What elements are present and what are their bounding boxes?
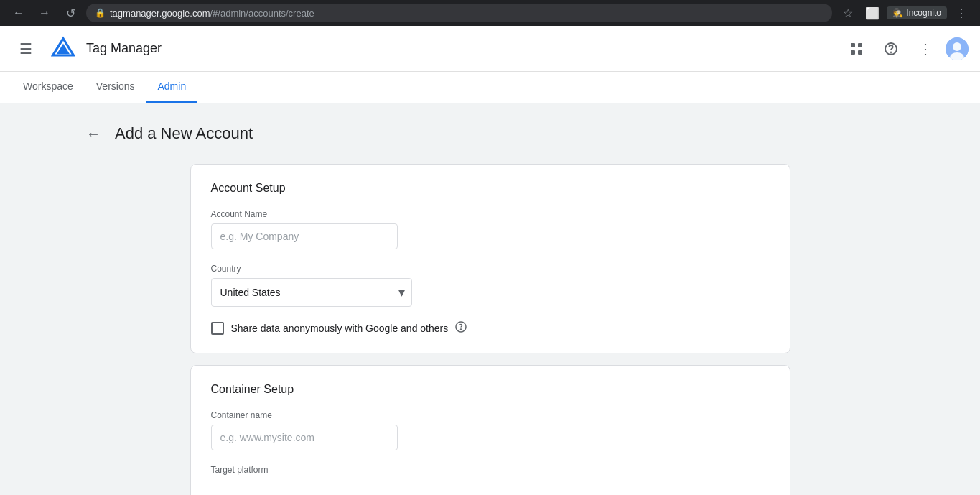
incognito-badge: 🕵️ Incognito: [887, 6, 947, 19]
svg-rect-2: [851, 43, 855, 47]
header-left: ☰ Tag Manager: [11, 34, 842, 63]
country-select-wrapper: United States United Kingdom Canada Aust…: [211, 278, 412, 307]
account-name-input[interactable]: [211, 223, 398, 249]
target-platform-group: Target platform: [211, 465, 770, 475]
more-options-button[interactable]: ⋮: [911, 34, 940, 63]
main-content: ← Add a New Account Account Setup Accoun…: [0, 103, 980, 495]
account-setup-card: Account Setup Account Name Country Unite…: [190, 164, 790, 353]
help-button[interactable]: [877, 34, 905, 63]
svg-rect-5: [858, 50, 862, 55]
country-label: Country: [211, 264, 770, 274]
tab-workspace[interactable]: Workspace: [11, 72, 85, 103]
nav-tabs: Workspace Versions Admin: [0, 72, 980, 103]
share-data-label: Share data anonymously with Google and o…: [231, 323, 449, 334]
page-back-button[interactable]: ←: [80, 121, 106, 147]
browser-actions: ☆ ⬜ 🕵️ Incognito ⋮: [838, 3, 971, 23]
country-group: Country United States United Kingdom Can…: [211, 264, 770, 307]
container-setup-title: Container Setup: [211, 383, 770, 396]
container-name-input[interactable]: [211, 425, 398, 450]
app-title: Tag Manager: [86, 41, 162, 56]
account-setup-title: Account Setup: [211, 182, 770, 195]
browser-back-button[interactable]: ←: [9, 3, 29, 23]
svg-point-9: [953, 42, 961, 51]
browser-url: tagmanager.google.com/#/admin/accounts/c…: [110, 8, 314, 19]
header-right: ⋮: [842, 34, 969, 63]
country-select[interactable]: United States United Kingdom Canada Aust…: [211, 278, 412, 307]
security-lock-icon: 🔒: [95, 8, 106, 18]
apps-button[interactable]: [842, 34, 871, 63]
share-data-help-icon[interactable]: [455, 321, 467, 336]
bookmark-button[interactable]: ☆: [838, 3, 858, 23]
container-name-label: Container name: [211, 410, 770, 420]
browser-forward-button[interactable]: →: [34, 3, 55, 23]
svg-point-7: [891, 52, 892, 52]
app-header: ☰ Tag Manager ⋮: [0, 26, 980, 72]
container-setup-card: Container Setup Container name Target pl…: [190, 365, 790, 495]
page-header: ← Add a New Account: [0, 121, 980, 164]
split-view-button[interactable]: ⬜: [862, 3, 882, 23]
container-name-group: Container name: [211, 410, 770, 450]
browser-address-bar[interactable]: 🔒 tagmanager.google.com/#/admin/accounts…: [86, 4, 832, 22]
app-logo: [49, 34, 78, 63]
browser-refresh-button[interactable]: ↺: [60, 3, 80, 23]
share-data-row: Share data anonymously with Google and o…: [211, 321, 770, 336]
account-name-group: Account Name: [211, 209, 770, 249]
page-title: Add a New Account: [115, 124, 253, 143]
target-platform-label: Target platform: [211, 465, 770, 475]
account-name-label: Account Name: [211, 209, 770, 219]
share-data-checkbox[interactable]: [211, 322, 224, 335]
tab-versions[interactable]: Versions: [85, 72, 146, 103]
tab-admin[interactable]: Admin: [146, 72, 197, 103]
browser-chrome: ← → ↺ 🔒 tagmanager.google.com/#/admin/ac…: [0, 0, 980, 26]
browser-menu-button[interactable]: ⋮: [951, 3, 971, 23]
svg-rect-3: [858, 43, 862, 47]
user-avatar[interactable]: [946, 37, 969, 60]
svg-rect-4: [851, 50, 855, 55]
drawer-menu-button[interactable]: ☰: [11, 34, 40, 63]
svg-point-12: [461, 329, 462, 330]
card-container: Account Setup Account Name Country Unite…: [110, 164, 871, 495]
